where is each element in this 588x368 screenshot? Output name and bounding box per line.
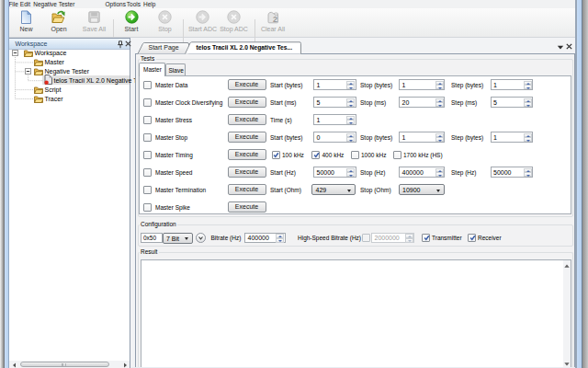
svg-text:2: 2 [273, 14, 277, 23]
